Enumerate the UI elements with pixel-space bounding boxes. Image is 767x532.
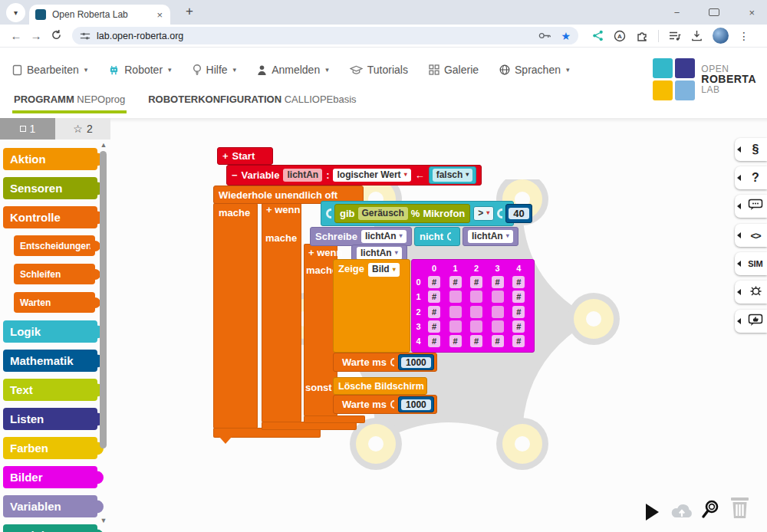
write-variable-block[interactable]: Schreibe lichtAn▾: [310, 227, 412, 246]
grid-cell[interactable]: [470, 306, 482, 318]
grid-cell[interactable]: #: [428, 276, 440, 288]
grid-cell[interactable]: #: [428, 320, 440, 333]
tab-search-button[interactable]: ▾: [6, 3, 25, 22]
grid-cell[interactable]: #: [492, 335, 504, 347]
menu-anmelden[interactable]: Anmelden▾: [257, 64, 329, 76]
collapse-icon[interactable]: −: [232, 169, 238, 181]
grid-cell[interactable]: [449, 291, 462, 303]
menu-bearbeiten[interactable]: Bearbeiten▾: [12, 64, 87, 76]
expand-icon[interactable]: +: [222, 150, 229, 162]
grid-cell[interactable]: #: [428, 335, 440, 347]
browser-menu-icon[interactable]: ⋮: [739, 30, 749, 42]
palette-subcategory-entscheidungen[interactable]: Entscheidungen: [14, 235, 95, 256]
window-close-button[interactable]: ×: [744, 7, 759, 18]
palette-subcategory-schleifen[interactable]: Schleifen: [14, 264, 95, 284]
reading-mode-icon[interactable]: A: [614, 30, 626, 42]
number-block-40[interactable]: 40: [505, 204, 532, 223]
repeat-block-body[interactable]: [213, 203, 258, 429]
palette-category-funktionen[interactable]: Funktionen: [3, 524, 97, 532]
trash-button[interactable]: [729, 496, 750, 523]
number-block-1000[interactable]: 1000: [398, 354, 434, 370]
grid-cell[interactable]: #: [512, 320, 525, 333]
palette-subcategory-warten[interactable]: Warten: [14, 292, 95, 313]
scroll-up-icon[interactable]: ▲: [100, 141, 107, 149]
image-type-dropdown[interactable]: Bild▾: [368, 263, 400, 277]
variable-dropdown[interactable]: lichtAn▾: [357, 247, 402, 261]
expand-icon[interactable]: +: [308, 247, 314, 258]
toolbox-tab-expert[interactable]: ☆ 2: [55, 118, 110, 140]
falsch-value-block[interactable]: falsch▾: [429, 166, 477, 184]
upload-button[interactable]: [670, 502, 693, 523]
wait-block-2[interactable]: Warte ms 1000: [333, 395, 437, 414]
media-queue-icon[interactable]: [669, 31, 681, 41]
grid-cell[interactable]: #: [492, 276, 504, 288]
sensor-mode-field[interactable]: Geräusch: [358, 207, 408, 221]
grid-cell[interactable]: [470, 291, 482, 303]
menu-galerie[interactable]: Galerie: [429, 64, 479, 76]
variable-declaration-block[interactable]: − Variable lichtAn : logischer Wert▾ ← f…: [226, 165, 482, 186]
bookmark-star-icon[interactable]: ★: [561, 30, 571, 42]
show-image-block[interactable]: Zeige Bild▾: [333, 259, 410, 353]
grid-cell[interactable]: #: [512, 335, 525, 347]
grid-cell[interactable]: [449, 306, 462, 318]
sidebar-comments-button[interactable]: [735, 195, 767, 218]
if2-block-bottom[interactable]: [304, 415, 365, 423]
grid-cell[interactable]: #: [512, 291, 525, 303]
share-icon[interactable]: [592, 30, 604, 41]
grid-cell[interactable]: [449, 320, 462, 333]
new-tab-button[interactable]: +: [179, 4, 199, 22]
write-variable-dropdown[interactable]: lichtAn▾: [361, 230, 407, 244]
grid-cell[interactable]: #: [470, 335, 482, 347]
sidebar-feedback-button[interactable]: [735, 310, 767, 333]
variable-dropdown[interactable]: lichtAn▾: [468, 230, 513, 244]
grid-cell[interactable]: #: [512, 306, 525, 318]
palette-category-kontrolle[interactable]: Kontrolle: [3, 206, 97, 228]
comparison-block[interactable]: gib Geräusch % Mikrofon >▾ 40: [321, 201, 514, 226]
sidebar-sim-button[interactable]: SIM: [735, 252, 767, 275]
reload-button[interactable]: [46, 29, 66, 43]
palette-category-logik[interactable]: Logik: [3, 320, 97, 343]
tab-close-icon[interactable]: ×: [155, 9, 164, 21]
palette-category-listen[interactable]: Listen: [3, 408, 97, 430]
tab-roboterkonfiguration[interactable]: ROBOTERKONFIGURATION CALLIOPEbasis: [146, 92, 357, 110]
palette-category-mathematik[interactable]: Mathematik: [3, 350, 97, 372]
url-text[interactable]: lab.open-roberta.org: [97, 31, 538, 41]
profile-avatar[interactable]: [713, 28, 729, 44]
microphone-sensor-block[interactable]: gib Geräusch % Mikrofon: [334, 204, 470, 223]
wait-block-1[interactable]: Warte ms 1000: [333, 353, 437, 372]
sidebar-code-button[interactable]: <>: [735, 224, 767, 247]
number-value[interactable]: 1000: [401, 399, 431, 410]
expand-icon[interactable]: +: [266, 204, 272, 215]
run-program-button[interactable]: [646, 504, 659, 521]
window-minimize-button[interactable]: −: [670, 7, 685, 18]
scroll-down-icon[interactable]: ▼: [100, 517, 107, 524]
grid-cell[interactable]: [470, 320, 482, 333]
sidebar-check-button[interactable]: [735, 281, 767, 304]
operator-dropdown[interactable]: >▾: [473, 206, 494, 222]
palette-category-farben[interactable]: Farben: [3, 437, 97, 459]
download-icon[interactable]: [691, 30, 703, 41]
start-block[interactable]: + Start: [217, 147, 273, 165]
grid-cell[interactable]: #: [428, 291, 440, 303]
grid-cell[interactable]: #: [470, 276, 482, 288]
back-button[interactable]: ←: [6, 29, 26, 42]
sidebar-help-button[interactable]: ?: [735, 166, 767, 189]
browser-tab[interactable]: Open Roberta Lab ×: [29, 5, 170, 25]
tab-programm[interactable]: PROGRAMM NEPOprog: [12, 92, 127, 113]
falsch-dropdown[interactable]: falsch▾: [433, 169, 473, 182]
number-block-1000[interactable]: 1000: [398, 396, 434, 412]
number-value[interactable]: 1000: [401, 357, 431, 368]
password-key-icon[interactable]: [538, 31, 551, 41]
scrollbar-thumb[interactable]: [100, 151, 107, 448]
not-block[interactable]: nicht: [414, 227, 460, 246]
variable-block-lichtan[interactable]: lichtAn▾: [463, 227, 518, 246]
variable-name-field[interactable]: lichtAn: [283, 169, 322, 182]
clear-display-block[interactable]: Lösche Bildschirm: [333, 377, 427, 395]
palette-category-variablen[interactable]: Variablen: [3, 495, 97, 517]
grid-cell[interactable]: #: [449, 276, 462, 288]
window-maximize-button[interactable]: [704, 7, 724, 18]
palette-scrollbar[interactable]: ▲ ▼: [100, 141, 107, 524]
grid-cell[interactable]: [492, 320, 504, 333]
zoom-reset-button[interactable]: [700, 499, 720, 524]
variable-type-dropdown[interactable]: logischer Wert▾: [333, 169, 410, 182]
